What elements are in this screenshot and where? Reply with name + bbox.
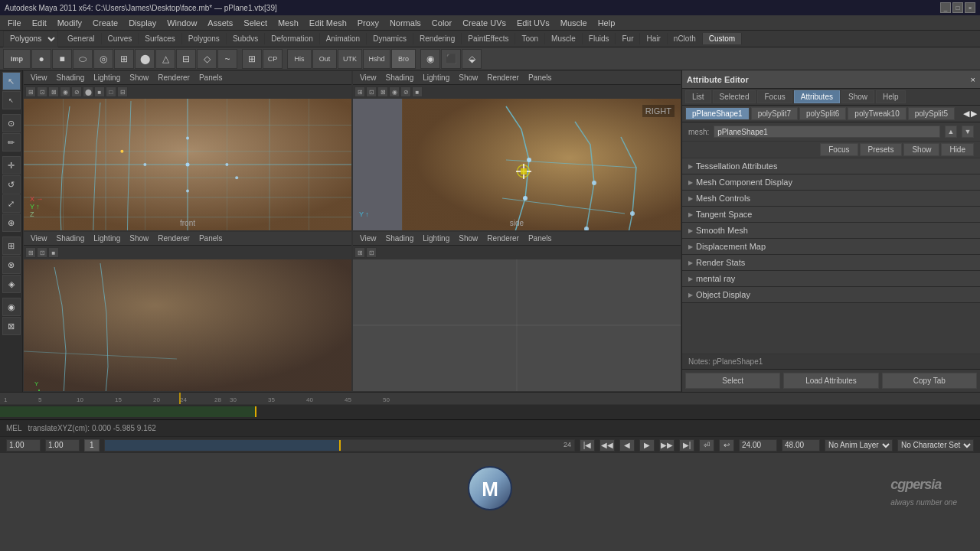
playback-step-fwd-btn[interactable]: ▶▶ <box>659 439 675 452</box>
vp-bottom-icon1[interactable]: ⊞ <box>354 247 365 258</box>
shelf-pyramid-btn[interactable]: △ <box>155 49 175 69</box>
shelf-his-btn[interactable]: His <box>287 49 312 69</box>
tool-move-arrow[interactable]: ↖ <box>2 91 21 109</box>
vp-persp-canvas[interactable]: X Y Z <box>24 259 351 391</box>
attr-load-btn[interactable]: Load Attributes <box>783 373 878 389</box>
shelf-torus-btn[interactable]: ◎ <box>93 49 113 69</box>
vp-side-icon2[interactable]: ⊡ <box>366 86 377 97</box>
playback-range-bar[interactable]: 24 <box>104 439 575 452</box>
menu-normals[interactable]: Normals <box>385 17 426 29</box>
shelf-plane-btn[interactable]: ⊞ <box>114 49 134 69</box>
attr-tab-polysplit7[interactable]: polySplit7 <box>751 107 798 120</box>
shelf-pipe-btn[interactable]: ⊟ <box>176 49 196 69</box>
vp-persp-shading[interactable]: Shading <box>53 233 89 243</box>
tool-select[interactable]: ↖ <box>2 72 21 90</box>
vp-side-icon1[interactable]: ⊞ <box>354 86 365 97</box>
menu-create[interactable]: Create <box>88 17 122 29</box>
shelf-tab-fluids[interactable]: Fluids <box>583 33 616 44</box>
playback-play-btn[interactable]: ▶ <box>639 439 655 452</box>
attr-section-tessellation-header[interactable]: ▶ Tessellation Attributes <box>682 158 980 174</box>
tool-scale[interactable]: ⤢ <box>2 194 21 213</box>
shelf-hshd-btn[interactable]: Hshd <box>363 49 390 69</box>
shelf-helix-btn[interactable]: ~ <box>217 49 237 69</box>
vp-front-icon8[interactable]: □ <box>106 86 116 97</box>
shelf-tab-custom[interactable]: Custom <box>703 33 742 44</box>
vp-side-lighting[interactable]: Lighting <box>419 73 453 83</box>
menu-modify[interactable]: Modify <box>53 17 87 29</box>
shelf-prism-btn[interactable]: ◇ <box>197 49 217 69</box>
attr-presets-btn[interactable]: Presets <box>860 143 903 156</box>
shelf-tab-fur[interactable]: Fur <box>616 33 640 44</box>
menu-create-uvs[interactable]: Create UVs <box>458 17 511 29</box>
attr-mesh-arrow-up[interactable]: ▲ <box>945 126 957 138</box>
time-current-input[interactable] <box>45 439 80 452</box>
menu-edit-uvs[interactable]: Edit UVs <box>512 17 554 29</box>
shelf-render1-btn[interactable]: ◉ <box>420 49 440 69</box>
tool-show-manip[interactable]: ◈ <box>2 275 21 293</box>
attr-nav-selected[interactable]: Selected <box>713 90 756 103</box>
shelf-render3-btn[interactable]: ⬙ <box>462 49 482 69</box>
tool-universal[interactable]: ⊕ <box>2 214 21 232</box>
attr-tab-polysplit5[interactable]: polySplit5 <box>908 107 955 120</box>
tool-sculpt[interactable]: ⊗ <box>2 256 21 274</box>
vp-front-canvas[interactable]: X → Y ↑ Z front <box>24 99 351 230</box>
vp-side-icon4[interactable]: ◉ <box>389 86 400 97</box>
attr-nav-focus[interactable]: Focus <box>757 90 792 103</box>
attr-section-mentalray-header[interactable]: ▶ mental ray <box>682 271 980 286</box>
shelf-tab-surfaces[interactable]: Surfaces <box>139 33 181 44</box>
playback-loop-btn[interactable]: ⏎ <box>699 439 714 452</box>
shelf-cyl-btn[interactable]: ⬭ <box>73 49 93 69</box>
tool-lasso[interactable]: ⊙ <box>2 114 21 132</box>
attr-nav-list[interactable]: List <box>685 90 711 103</box>
shelf-tab-painteffects[interactable]: PaintEffects <box>462 33 515 44</box>
shelf-render2-btn[interactable]: ⬛ <box>441 49 461 69</box>
attr-tab-pplaneshape1[interactable]: pPlaneShape1 <box>685 107 750 120</box>
vp-front-icon2[interactable]: ⊡ <box>37 86 47 97</box>
playback-back-btn[interactable]: ◀ <box>619 439 635 452</box>
menu-color[interactable]: Color <box>427 17 456 29</box>
range-end-input[interactable] <box>739 439 777 452</box>
menu-window[interactable]: Window <box>162 17 201 29</box>
vp-bottom-view[interactable]: View <box>356 233 381 243</box>
attr-section-smooth-header[interactable]: ▶ Smooth Mesh <box>682 223 980 238</box>
vp-bottom-canvas[interactable] <box>353 259 681 391</box>
menu-assets[interactable]: Assets <box>203 17 237 29</box>
shelf-subdiv-btn[interactable]: ⊞ <box>242 49 262 69</box>
vp-side-view[interactable]: View <box>356 73 381 83</box>
attr-tab-polytweak10[interactable]: polyTweak10 <box>848 107 906 120</box>
vp-persp-icon1[interactable]: ⊞ <box>25 247 36 258</box>
tool-rotate[interactable]: ↺ <box>2 175 21 194</box>
attr-section-displace-header[interactable]: ▶ Displacement Map <box>682 239 980 254</box>
mode-dropdown[interactable]: Polygons <box>3 31 58 47</box>
vp-front-icon9[interactable]: ⊟ <box>117 86 128 97</box>
vp-front-icon6[interactable]: ⬤ <box>83 86 93 97</box>
attr-copy-tab-btn[interactable]: Copy Tab <box>882 373 977 389</box>
shelf-cube-btn[interactable]: ■ <box>52 49 72 69</box>
vp-front-renderer[interactable]: Renderer <box>154 73 194 83</box>
timeline-bar[interactable] <box>0 404 980 419</box>
attr-nav-help[interactable]: Help <box>876 90 906 103</box>
shelf-tab-muscle[interactable]: Muscle <box>545 33 583 44</box>
vp-bottom-icon2[interactable]: ⊡ <box>366 247 377 258</box>
vp-side-panels[interactable]: Panels <box>524 73 556 83</box>
range-far-input[interactable] <box>782 439 820 452</box>
maximize-btn[interactable]: □ <box>952 2 963 13</box>
shelf-tab-deformation[interactable]: Deformation <box>265 33 319 44</box>
menu-muscle[interactable]: Muscle <box>556 17 592 29</box>
playback-step-back-btn[interactable]: ◀◀ <box>599 439 615 452</box>
attr-editor-close[interactable]: × <box>971 75 975 84</box>
time-start-input[interactable] <box>6 439 41 452</box>
shelf-utk-btn[interactable]: UTK <box>338 49 362 69</box>
shelf-disc-btn[interactable]: ⬤ <box>135 49 155 69</box>
vp-front-icon3[interactable]: ⊠ <box>48 86 59 97</box>
menu-edit-mesh[interactable]: Edit Mesh <box>305 17 351 29</box>
vp-persp-panels[interactable]: Panels <box>195 233 227 243</box>
attr-nav-attributes[interactable]: Attributes <box>794 90 840 103</box>
attr-tab-next[interactable]: ▶ <box>971 109 977 119</box>
attr-hide-btn[interactable]: Hide <box>941 143 974 156</box>
menu-edit[interactable]: Edit <box>28 17 51 29</box>
vp-persp-show[interactable]: Show <box>126 233 152 243</box>
vp-front-shading[interactable]: Shading <box>53 73 89 83</box>
vp-front-view[interactable]: View <box>27 73 51 83</box>
shelf-tab-subdvs[interactable]: Subdvs <box>227 33 265 44</box>
